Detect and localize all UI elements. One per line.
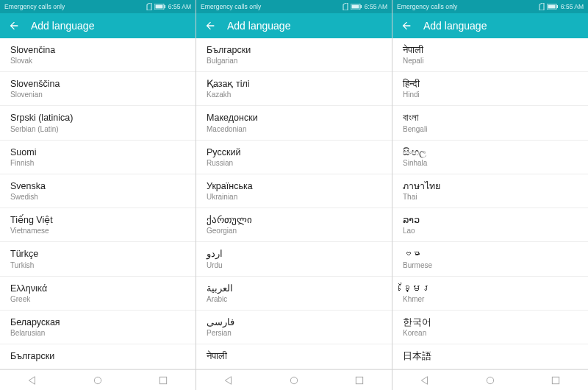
language-english: Turkish <box>10 261 185 270</box>
language-item[interactable]: SvenskaSwedish <box>0 174 196 208</box>
language-english: Bulgarian <box>207 57 381 65</box>
back-icon[interactable] <box>7 19 21 32</box>
language-item[interactable]: БеларускаяBelarusian <box>0 311 196 344</box>
language-native: हिन्दी <box>403 78 578 90</box>
language-item[interactable]: РусскийRussian <box>196 141 392 174</box>
language-english: Russian <box>207 159 381 168</box>
page-title: Add language <box>31 20 94 32</box>
language-item[interactable]: SlovenščinaSlovenian <box>0 72 196 106</box>
language-native: ქართული <box>207 214 381 226</box>
language-list[interactable]: SlovenčinaSlovak SlovenščinaSlovenian Sr… <box>0 38 196 369</box>
language-item[interactable]: SlovenčinaSlovak <box>0 38 196 72</box>
title-bar: Add language <box>0 13 196 38</box>
language-native: Русский <box>207 146 381 158</box>
language-native: Svenska <box>10 180 185 192</box>
nav-back-icon[interactable] <box>417 372 433 389</box>
language-item[interactable]: 日本語 <box>392 344 588 369</box>
language-item[interactable]: ΕλληνικάGreek <box>0 277 196 311</box>
title-bar: Add language <box>392 13 588 38</box>
battery-icon <box>351 4 362 10</box>
svg-rect-9 <box>356 377 362 383</box>
language-item[interactable]: සිංහලSinhala <box>392 141 588 174</box>
status-time: 6:55 AM <box>168 3 191 10</box>
status-time: 6:55 AM <box>365 3 387 10</box>
nav-recent-icon[interactable] <box>351 372 368 389</box>
language-item[interactable]: العربيةArabic <box>196 277 392 311</box>
nav-home-icon[interactable] <box>482 372 498 389</box>
language-item[interactable]: فارسیPersian <box>196 311 392 344</box>
svg-rect-12 <box>556 5 558 8</box>
nav-back-icon[interactable] <box>24 372 40 389</box>
language-item[interactable]: ខ្មែរKhmer <box>392 277 588 311</box>
nav-home-icon[interactable] <box>90 372 106 389</box>
language-english: Nepali <box>403 57 578 65</box>
language-list[interactable]: नेपालीNepali हिन्दीHindi বাংলাBengali සි… <box>392 38 588 369</box>
language-english: Greek <box>10 295 185 304</box>
language-native: ລາວ <box>403 214 578 226</box>
language-item[interactable]: ລາວLao <box>392 208 588 242</box>
language-item[interactable]: УкраїнськаUkrainian <box>196 174 392 208</box>
language-english: Swedish <box>10 193 185 202</box>
language-item[interactable]: БългарскиBulgarian <box>196 38 392 72</box>
nav-home-icon[interactable] <box>286 372 302 389</box>
language-english: Slovenian <box>10 91 185 99</box>
language-english: Ukrainian <box>207 193 381 202</box>
status-network: Emergency calls only <box>397 3 457 10</box>
language-native: Ελληνικά <box>10 283 185 294</box>
language-item[interactable]: МакедонскиMacedonian <box>196 106 392 140</box>
nav-bar <box>196 369 392 390</box>
nav-bar <box>392 369 588 390</box>
language-item[interactable]: ქართულიGeorgian <box>196 208 392 242</box>
nav-back-icon[interactable] <box>220 372 237 389</box>
language-item[interactable]: Tiếng ViệtVietnamese <box>0 208 196 242</box>
svg-rect-7 <box>360 5 362 8</box>
screen-1: Emergency calls only 6:55 AM Add languag… <box>196 0 392 390</box>
svg-point-8 <box>290 377 297 383</box>
language-native: ខ្មែរ <box>403 283 578 294</box>
language-item[interactable]: Srpski (latinica)Serbian (Latin) <box>0 106 196 140</box>
language-item[interactable]: 한국어Korean <box>392 311 588 344</box>
language-native: Tiếng Việt <box>10 214 185 226</box>
language-native: Українська <box>207 180 381 192</box>
back-icon[interactable] <box>204 19 217 32</box>
language-native: Türkçe <box>10 248 185 260</box>
language-item[interactable]: नेपालीNepali <box>392 38 588 72</box>
language-item[interactable]: ဗမာBurmese <box>392 242 588 276</box>
language-item[interactable]: বাংলাBengali <box>392 106 588 140</box>
screen-2: Emergency calls only 6:55 AM Add languag… <box>392 0 588 390</box>
page-title: Add language <box>227 20 290 32</box>
language-english: Korean <box>403 329 578 338</box>
language-item[interactable]: नेपाली <box>196 344 392 369</box>
language-native: Български <box>207 44 381 56</box>
language-english: Hindi <box>403 91 578 99</box>
language-native: नेपाली <box>403 44 578 56</box>
battery-icon <box>547 4 559 10</box>
language-item[interactable]: हिन्दीHindi <box>392 72 588 106</box>
nav-recent-icon[interactable] <box>155 372 171 389</box>
language-native: فارسی <box>207 316 381 328</box>
language-item[interactable]: TürkçeTurkish <box>0 242 196 276</box>
language-item[interactable]: Български <box>0 344 196 369</box>
language-english: Vietnamese <box>10 227 185 235</box>
language-native: Македонски <box>207 112 381 124</box>
svg-rect-1 <box>155 4 162 8</box>
language-english: Lao <box>403 227 578 235</box>
svg-point-13 <box>487 377 493 383</box>
language-native: 日本語 <box>403 350 578 362</box>
language-item[interactable]: ภาษาไทยThai <box>392 174 588 208</box>
language-english: Macedonian <box>207 125 381 134</box>
nav-recent-icon[interactable] <box>548 372 564 389</box>
status-time: 6:55 AM <box>561 3 584 10</box>
back-icon[interactable] <box>400 19 413 32</box>
language-english: Bengali <box>403 125 578 134</box>
screens-row: Emergency calls only 6:55 AM Add languag… <box>0 0 588 390</box>
page-title: Add language <box>423 20 487 32</box>
language-item[interactable]: Қазақ тіліKazakh <box>196 72 392 106</box>
status-network: Emergency calls only <box>4 3 65 10</box>
status-bar: Emergency calls only 6:55 AM <box>196 0 392 13</box>
svg-rect-14 <box>552 377 559 383</box>
language-item[interactable]: اردوUrdu <box>196 242 392 276</box>
language-native: नेपाली <box>207 350 381 362</box>
language-item[interactable]: SuomiFinnish <box>0 141 196 174</box>
language-list[interactable]: БългарскиBulgarian Қазақ тіліKazakh Маке… <box>196 38 392 369</box>
